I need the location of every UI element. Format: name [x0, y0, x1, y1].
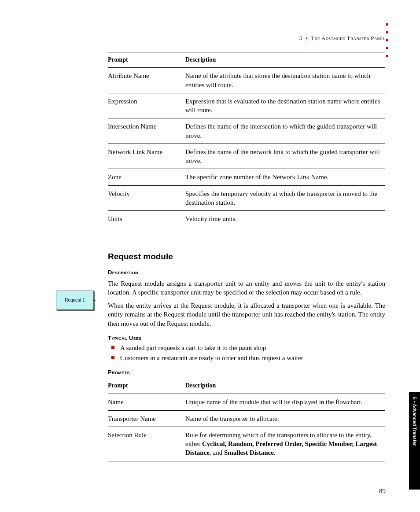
th-description: Description	[185, 378, 385, 394]
selection-rule-desc: Rule for determining which of the transp…	[185, 427, 385, 461]
connector-stub-icon	[93, 300, 96, 301]
module-icon-label: Request 1	[65, 297, 85, 303]
request-module-icon: Request 1	[56, 291, 94, 310]
decorative-dots	[386, 18, 388, 63]
table-row: NameUnique name of the module that will …	[108, 394, 385, 410]
table-row: ZoneThe specific zone number of the Netw…	[108, 169, 385, 185]
page-number: 89	[379, 486, 386, 495]
subheading-typical-uses: Typical Uses	[108, 334, 385, 342]
list-item: A sanded part requests a cart to take it…	[108, 343, 385, 352]
table-row: Transporter NameName of the transporter …	[108, 410, 385, 427]
square-bullet-icon	[111, 356, 114, 359]
subheading-description: Description	[108, 269, 385, 276]
page-content: 5 • The Advanced Transfer Panel Prompt D…	[108, 34, 385, 461]
table-row: Network Link NameDefines the name of the…	[108, 144, 385, 169]
typical-uses-list: A sanded part requests a cart to take it…	[108, 343, 385, 362]
table-row: Attribute NameName of the attribute that…	[108, 68, 385, 93]
paragraph: The Request module assigns a transporter…	[108, 279, 385, 297]
prompts-table-1: Prompt Description Attribute NameName of…	[108, 52, 385, 228]
subheading-prompts: Prompts	[108, 368, 385, 376]
th-description: Description	[185, 52, 385, 68]
table-row: ExpressionExpression that is evaluated t…	[108, 93, 385, 118]
th-prompt: Prompt	[108, 378, 185, 394]
chapter-number: 5	[299, 35, 302, 41]
side-tab: 5 • Advanced Transfer	[409, 392, 420, 490]
list-item: Customers in a restaurant are ready to o…	[108, 354, 385, 362]
square-bullet-icon	[111, 346, 114, 349]
th-prompt: Prompt	[108, 52, 185, 68]
section-heading: Request module	[108, 251, 385, 262]
table-row: VelocitySpecifies the temporary velocity…	[108, 185, 385, 211]
prompts-table-2: Prompt Description NameUnique name of th…	[108, 378, 385, 461]
bullet-icon: •	[304, 35, 309, 41]
table-row: UnitsVelocity time units.	[108, 211, 385, 227]
table-row: Selection Rule Rule for determining whic…	[108, 427, 385, 461]
paragraph: When the entity arrives at the Request m…	[108, 301, 385, 328]
chapter-title: The Advanced Transfer Panel	[311, 35, 385, 41]
running-header: 5 • The Advanced Transfer Panel	[108, 34, 385, 42]
table-row: Intersection NameDefines the name of the…	[108, 118, 385, 144]
